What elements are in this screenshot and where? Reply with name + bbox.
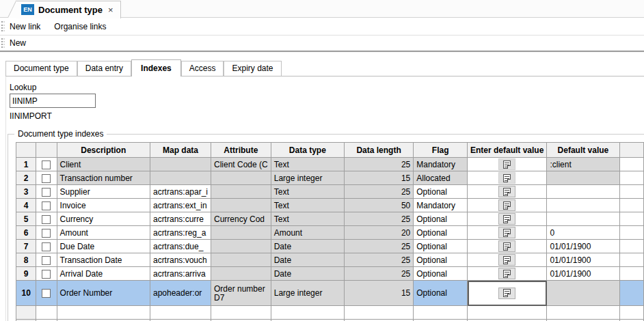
row-checkbox[interactable]	[42, 188, 51, 197]
document-tab[interactable]: EN Document type ×	[6, 1, 121, 18]
row-checkbox[interactable]	[42, 256, 51, 265]
cell-description[interactable]: Supplier	[57, 185, 150, 199]
cell-data-length[interactable]	[344, 306, 413, 320]
row-number[interactable]: 7	[16, 240, 36, 253]
cell-map-data[interactable]	[150, 306, 211, 320]
cell-description[interactable]: Amount	[57, 226, 150, 240]
cell-overflow[interactable]	[619, 267, 644, 281]
toolbar-grip[interactable]	[1, 38, 5, 48]
cell-flag[interactable]: Optional	[414, 253, 468, 267]
row-number[interactable]	[16, 306, 36, 320]
new-button[interactable]: New	[8, 37, 27, 49]
cell-data-type[interactable]: Text	[271, 212, 344, 226]
cell-description[interactable]: Transaction Date	[57, 253, 150, 267]
cell-default-value[interactable]	[547, 212, 619, 226]
row-checkbox[interactable]	[42, 289, 51, 298]
enter-default-value-button[interactable]	[498, 199, 515, 211]
cell-data-type[interactable]: Text	[271, 199, 344, 212]
enter-default-value-button[interactable]	[498, 172, 515, 184]
cell-description[interactable]: Client	[57, 158, 150, 171]
row-checkbox[interactable]	[42, 229, 51, 238]
cell-data-type[interactable]: Text	[271, 185, 344, 199]
cell-attribute[interactable]	[211, 199, 271, 212]
lookup-input[interactable]	[10, 94, 96, 108]
cell-overflow[interactable]	[619, 171, 644, 185]
row-checkbox[interactable]	[42, 242, 51, 251]
cell-map-data[interactable]: acrtrans:curre	[150, 212, 211, 226]
cell-flag[interactable]: Mandatory	[414, 199, 468, 212]
cell-flag[interactable]: Mandatory	[414, 158, 468, 171]
cell-overflow[interactable]	[619, 185, 644, 199]
cell-data-length[interactable]: 25	[344, 253, 413, 267]
row-number[interactable]: 2	[16, 171, 36, 185]
cell-data-length[interactable]: 25	[344, 185, 413, 199]
enter-default-value-button[interactable]	[498, 288, 515, 299]
row-number[interactable]: 1	[16, 158, 36, 171]
cell-default-value[interactable]	[547, 281, 619, 306]
row-number[interactable]: 9	[16, 267, 36, 281]
enter-default-value-button[interactable]	[498, 254, 515, 266]
cell-data-length[interactable]: 25	[344, 267, 413, 281]
cell-map-data[interactable]: acrtrans:vouch	[150, 253, 211, 267]
cell-default-value[interactable]	[547, 171, 619, 185]
cell-description[interactable]: Arrival Date	[57, 267, 150, 281]
cell-default-value[interactable]: :client	[547, 158, 619, 171]
cell-attribute[interactable]: Currency Cod	[211, 212, 271, 226]
cell-map-data[interactable]: acrtrans:due_	[150, 240, 211, 253]
cell-attribute[interactable]	[211, 171, 271, 185]
cell-default-value[interactable]	[547, 199, 619, 212]
row-checkbox[interactable]	[42, 201, 51, 210]
cell-attribute[interactable]	[211, 240, 271, 253]
cell-overflow[interactable]	[619, 240, 644, 253]
row-number[interactable]: 10	[16, 281, 36, 306]
cell-attribute[interactable]: Order number D7	[211, 281, 271, 306]
cell-data-length[interactable]: 25	[344, 212, 413, 226]
row-checkbox[interactable]	[42, 215, 51, 224]
organise-links-button[interactable]: Organise links	[53, 20, 107, 33]
cell-data-type[interactable]: Text	[271, 158, 344, 171]
enter-default-value-button[interactable]	[498, 268, 515, 279]
cell-default-value[interactable]	[547, 306, 619, 320]
cell-map-data[interactable]: acrtrans:apar_i	[150, 185, 211, 199]
row-number[interactable]: 8	[16, 253, 36, 267]
cell-description[interactable]: Transaction number	[57, 171, 150, 185]
cell-data-length[interactable]: 15	[344, 171, 413, 185]
cell-map-data[interactable]: acrtrans:ext_in	[150, 199, 211, 212]
cell-default-value[interactable]	[547, 185, 619, 199]
cell-default-value[interactable]: 0	[547, 226, 619, 240]
cell-attribute[interactable]	[211, 306, 271, 320]
cell-data-type[interactable]: Date	[271, 253, 344, 267]
new-link-button[interactable]: New link	[8, 20, 42, 33]
cell-attribute[interactable]: Client Code (C	[211, 158, 271, 171]
row-number[interactable]: 5	[16, 212, 36, 226]
cell-default-value[interactable]: 01/01/1900	[547, 253, 619, 267]
tab-document-type[interactable]: Document type	[5, 61, 77, 76]
cell-flag[interactable]: Optional	[414, 185, 468, 199]
cell-flag[interactable]	[414, 306, 468, 320]
cell-description[interactable]: Currency	[57, 212, 150, 226]
row-checkbox[interactable]	[42, 270, 51, 279]
cell-flag[interactable]: Optional	[414, 267, 468, 281]
cell-data-type[interactable]: Large integer	[271, 171, 344, 185]
cell-data-length[interactable]: 25	[344, 158, 413, 171]
cell-overflow[interactable]	[619, 158, 644, 171]
cell-description[interactable]: Invoice	[57, 199, 150, 212]
cell-flag[interactable]: Optional	[414, 281, 468, 306]
enter-default-value-button[interactable]	[498, 213, 515, 225]
cell-data-length[interactable]: 20	[344, 226, 413, 240]
tab-indexes[interactable]: Indexes	[131, 59, 181, 76]
cell-flag[interactable]: Allocated	[414, 171, 468, 185]
cell-data-length[interactable]: 25	[344, 240, 413, 253]
cell-flag[interactable]: Optional	[414, 212, 468, 226]
row-number[interactable]: 3	[16, 185, 36, 199]
cell-description[interactable]	[57, 306, 150, 320]
cell-data-length[interactable]: 50	[344, 199, 413, 212]
cell-flag[interactable]: Optional	[414, 240, 468, 253]
cell-attribute[interactable]	[211, 267, 271, 281]
row-checkbox[interactable]	[42, 174, 51, 183]
row-number[interactable]: 4	[16, 199, 36, 212]
cell-map-data[interactable]: acrtrans:arriva	[150, 267, 211, 281]
cell-data-type[interactable]: Date	[271, 267, 344, 281]
cell-description[interactable]: Order Number	[57, 281, 150, 306]
close-tab-icon[interactable]: ×	[107, 5, 115, 14]
